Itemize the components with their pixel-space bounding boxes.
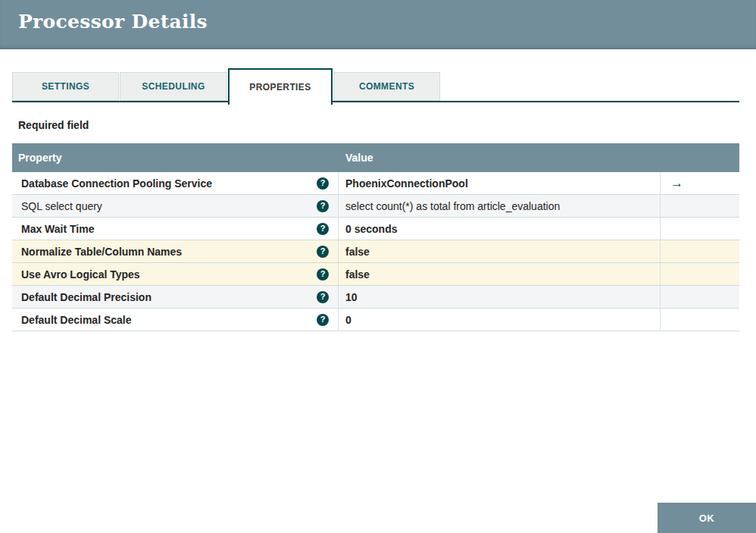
property-cell: Normalize Table/Column Names ?: [12, 240, 339, 262]
goto-cell: →: [661, 172, 739, 194]
tab-scheduling-label: SCHEDULING: [142, 81, 205, 92]
property-cell: SQL select query ?: [12, 195, 339, 217]
tab-underline: [12, 101, 739, 102]
property-value: PhoenixConnectionPool: [345, 177, 468, 190]
help-icon[interactable]: ?: [317, 268, 329, 281]
tab-scheduling[interactable]: SCHEDULING: [120, 72, 227, 101]
help-icon[interactable]: ?: [317, 314, 329, 326]
tab-properties[interactable]: PROPERTIES: [228, 68, 333, 105]
property-value: 10: [345, 291, 358, 303]
dialog-header: Processor Details: [0, 0, 756, 49]
tab-settings[interactable]: SETTINGS: [12, 72, 119, 101]
goto-cell: [661, 240, 739, 262]
properties-table: Property Value Database Connection Pooli…: [12, 143, 739, 331]
table-row: Use Avro Logical Types ? false: [12, 263, 739, 286]
property-value: false: [345, 268, 370, 281]
value-cell: PhoenixConnectionPool: [339, 172, 661, 194]
property-value: 0 seconds: [345, 223, 397, 235]
value-cell: select count(*) as total from article_ev…: [339, 195, 661, 217]
property-value: false: [345, 246, 370, 258]
property-cell: Default Decimal Precision ?: [12, 286, 339, 308]
help-icon[interactable]: ?: [317, 246, 329, 258]
help-icon[interactable]: ?: [317, 223, 329, 235]
goto-cell: [661, 309, 739, 331]
goto-cell: [661, 218, 739, 240]
table-row: Default Decimal Scale ? 0: [12, 309, 739, 331]
help-icon[interactable]: ?: [317, 177, 329, 190]
property-value: select count(*) as total from article_ev…: [345, 200, 560, 212]
property-name: SQL select query: [21, 200, 102, 212]
goto-cell: [661, 286, 739, 308]
tab-settings-label: SETTINGS: [42, 81, 89, 92]
property-cell: Max Wait Time ?: [12, 218, 339, 240]
goto-service-arrow-icon[interactable]: →: [670, 176, 683, 191]
tab-strip: SETTINGS SCHEDULING PROPERTIES COMMENTS: [12, 68, 739, 105]
tab-properties-label: PROPERTIES: [249, 82, 311, 92]
goto-cell: [661, 263, 739, 285]
property-name: Default Decimal Precision: [21, 291, 152, 303]
column-header-value: Value: [339, 152, 739, 164]
required-field-note: Required field: [18, 119, 89, 131]
property-name: Normalize Table/Column Names: [21, 246, 182, 258]
value-cell: false: [339, 263, 661, 285]
help-icon[interactable]: ?: [317, 291, 329, 303]
value-cell: 0: [339, 309, 661, 331]
value-cell: 10: [339, 286, 661, 308]
property-cell: Database Connection Pooling Service ?: [12, 172, 339, 194]
tab-comments[interactable]: COMMENTS: [333, 72, 440, 101]
property-name: Default Decimal Scale: [21, 314, 132, 326]
table-row: Max Wait Time ? 0 seconds: [12, 218, 739, 240]
property-name: Use Avro Logical Types: [21, 268, 140, 281]
table-row: Default Decimal Precision ? 10: [12, 286, 739, 309]
table-row: SQL select query ? select count(*) as to…: [12, 195, 739, 218]
value-cell: false: [339, 240, 661, 262]
property-value: 0: [345, 314, 351, 326]
table-row: Database Connection Pooling Service ? Ph…: [12, 172, 739, 195]
tab-comments-label: COMMENTS: [359, 81, 414, 92]
property-name: Database Connection Pooling Service: [21, 177, 212, 190]
table-header-row: Property Value: [12, 143, 739, 172]
property-cell: Default Decimal Scale ?: [12, 309, 339, 331]
column-header-property: Property: [12, 152, 339, 164]
page-title: Processor Details: [18, 11, 208, 33]
value-cell: 0 seconds: [339, 218, 661, 240]
property-cell: Use Avro Logical Types ?: [12, 263, 339, 285]
property-name: Max Wait Time: [21, 223, 94, 235]
goto-cell: [661, 195, 739, 217]
table-row: Normalize Table/Column Names ? false: [12, 240, 739, 263]
ok-button[interactable]: OK: [658, 503, 756, 533]
help-icon[interactable]: ?: [317, 200, 329, 212]
